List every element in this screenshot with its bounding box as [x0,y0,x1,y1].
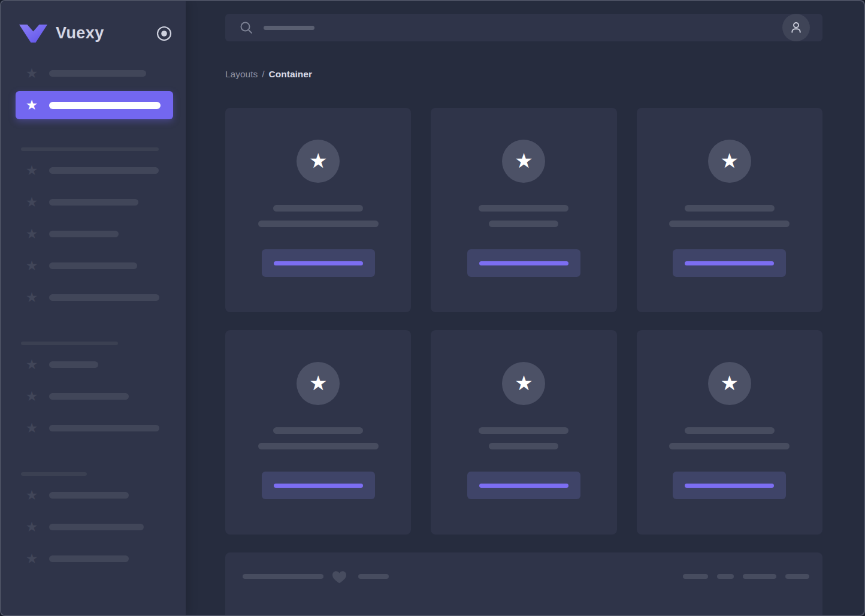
star-icon: ★ [24,552,40,566]
card-action-button[interactable] [467,472,580,499]
sidebar-menu-item[interactable]: ★ [1,282,186,313]
skeleton-bar [49,102,161,109]
footer-link-bar[interactable] [743,574,776,579]
sidebar-menu-item[interactable]: ★ [1,250,186,282]
skeleton-bar [49,393,129,400]
sidebar-menu-item[interactable]: ★ [1,218,186,250]
placeholder-card: ★ [637,108,822,312]
sidebar-menu-item[interactable]: ★ [1,58,186,89]
button-label-bar [479,484,568,488]
card-title-bar [273,205,363,212]
button-label-bar [274,484,363,488]
card-title-bar [685,205,775,212]
heart-icon [331,570,347,584]
sidebar-header: Vuexy [1,1,186,43]
sidebar-menu-item[interactable]: ★ [1,479,186,511]
star-icon: ★ [24,421,40,435]
main-content: Layouts/Container ★ ★ ★ ★ [186,1,864,615]
star-icon: ★ [515,373,533,393]
star-icon: ★ [309,373,327,393]
placeholder-card: ★ [637,330,822,535]
placeholder-card: ★ [225,330,411,535]
sidebar-menu-item[interactable]: ★ [1,381,186,412]
star-icon: ★ [721,150,739,171]
button-label-bar [685,261,774,265]
card-action-button[interactable] [262,249,375,277]
card-avatar-circle: ★ [297,140,340,183]
skeleton-bar [49,70,146,77]
sidebar-menu-item[interactable]: ★ [1,511,186,543]
star-icon: ★ [24,358,40,372]
skeleton-bar [49,199,138,206]
sidebar-menu-item[interactable]: ★ [1,349,186,381]
card-subtitle-bar [258,221,379,227]
person-icon [788,20,804,35]
skeleton-bar [49,231,119,237]
breadcrumb-separator: / [262,69,264,79]
card-subtitle-bar [669,443,790,449]
search-bar[interactable] [225,14,822,41]
card-action-button[interactable] [262,472,375,499]
star-icon: ★ [24,389,40,403]
skeleton-bar [49,555,129,562]
breadcrumb-current: Container [269,69,312,79]
placeholder-card: ★ [431,330,616,535]
card-subtitle-bar [489,443,558,449]
sidebar-menu-item[interactable]: ★ [1,155,186,186]
button-label-bar [685,484,774,488]
radio-toggle-icon[interactable] [156,25,173,42]
card-title-bar [479,205,568,212]
card-title-bar [273,427,363,434]
user-avatar[interactable] [782,14,810,41]
sidebar-menu-item[interactable]: ★ [16,91,173,119]
star-icon: ★ [24,164,40,177]
breadcrumb-parent[interactable]: Layouts [225,69,258,79]
card-action-button[interactable] [467,249,580,277]
button-label-bar [479,261,568,265]
card-subtitle-bar [258,443,379,449]
card-avatar-circle: ★ [502,362,545,405]
card-action-button[interactable] [673,249,786,277]
menu-section-header-bar [21,342,118,345]
star-icon: ★ [24,259,40,273]
star-icon: ★ [24,195,40,209]
card-subtitle-bar [669,221,790,227]
placeholder-card: ★ [225,108,411,312]
card-subtitle-bar [489,221,558,227]
star-icon: ★ [24,488,40,502]
footer-link-bar[interactable] [717,574,734,579]
skeleton-bar [49,524,144,530]
skeleton-bar [49,262,137,269]
footer-links [683,574,809,579]
card-avatar-circle: ★ [708,140,751,183]
button-label-bar [274,261,363,265]
card-avatar-circle: ★ [502,140,545,183]
search-placeholder-bar [264,26,314,30]
app-window: Vuexy ★ ★ ★ ★ ★ ★ ★ ★ ★ [0,0,865,616]
card-avatar-circle: ★ [708,362,751,405]
skeleton-bar [243,574,323,579]
sidebar-menu-item[interactable]: ★ [1,186,186,218]
card-action-button[interactable] [673,472,786,499]
skeleton-bar [49,167,159,174]
sidebar-menu-item[interactable]: ★ [1,543,186,575]
sidebar: Vuexy ★ ★ ★ ★ ★ ★ ★ ★ ★ [1,1,186,615]
placeholder-card: ★ [431,108,616,312]
menu-section-header-bar [21,147,159,151]
skeleton-bar [49,361,98,368]
skeleton-bar [49,425,159,431]
star-icon: ★ [24,98,40,112]
cards-grid: ★ ★ ★ ★ ★ [225,108,822,535]
skeleton-bar [49,294,159,301]
star-icon: ★ [309,150,327,171]
star-icon: ★ [24,520,40,534]
star-icon: ★ [721,373,739,393]
brand-title: Vuexy [56,24,104,43]
card-title-bar [479,427,568,434]
menu-section-header-bar [21,472,87,476]
card-avatar-circle: ★ [297,362,340,405]
sidebar-menu: ★ ★ ★ ★ ★ ★ ★ ★ ★ ★ ★ ★ ★ [1,58,186,575]
footer-link-bar[interactable] [785,574,809,579]
footer-link-bar[interactable] [683,574,708,579]
sidebar-menu-item[interactable]: ★ [1,412,186,444]
